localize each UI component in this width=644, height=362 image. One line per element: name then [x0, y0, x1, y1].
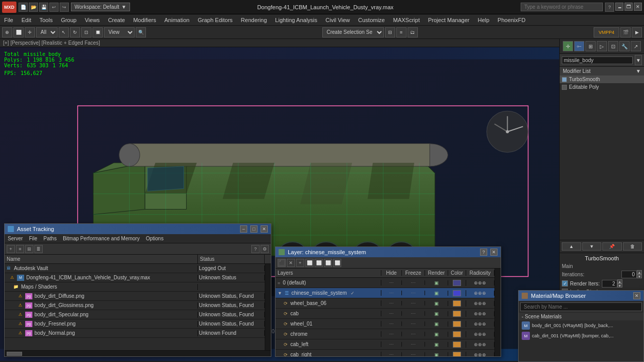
asset-tb-settings[interactable]: ⚙	[261, 245, 269, 253]
layer-cell-missile-freeze[interactable]: ····	[402, 291, 425, 295]
render-iters-checkbox[interactable]: ✓	[562, 280, 568, 287]
layer-cell-default-radio[interactable]: ⊕⊕⊕	[466, 280, 494, 285]
layer-cell-cabright-render[interactable]: ▣	[425, 352, 448, 357]
layer-cell-wheelbase-render[interactable]: ▣	[425, 301, 448, 306]
cs-cl[interactable]	[453, 341, 461, 348]
workspace-button[interactable]: Workspace: Default ▼	[71, 3, 130, 11]
modifier-editable-poly[interactable]: Editable Poly	[560, 83, 644, 91]
layer-cell-wheel01-freeze[interactable]: ····	[402, 321, 425, 326]
layer-body[interactable]: = 0 (default) ···· ····	[275, 278, 494, 356]
panel-icon-display[interactable]: ⊡	[608, 41, 618, 51]
mirror-tool[interactable]: ⊟	[385, 27, 395, 37]
layer-cell-cab-hide[interactable]: ····	[381, 311, 402, 316]
create-selection[interactable]: Create Selection Se	[322, 27, 384, 37]
modifier-turbosmooth[interactable]: TurboSmooth	[560, 75, 644, 83]
asset-menu-bitmap[interactable]: Bitmap Performance and Memory	[60, 236, 143, 241]
layer-cell-cableft-render[interactable]: ▣	[425, 342, 448, 347]
asset-table-body[interactable]: 🏛 Autodesk Vault Logged Out ⚠ M	[5, 264, 265, 341]
layer-cell-cab-freeze[interactable]: ····	[402, 311, 425, 316]
menu-maxscript[interactable]: MAXScript	[389, 14, 424, 25]
viewport-canvas[interactable]: Total missile_body Polys: 1 198 816 3 45…	[0, 47, 559, 361]
align-tool[interactable]: ≡	[396, 27, 407, 37]
panel-icon-utilities[interactable]: 🔧	[619, 41, 630, 51]
maximize-button[interactable]: 🗖	[624, 3, 633, 11]
layer-cell-chrome-hide[interactable]: ····	[381, 332, 402, 336]
asset-hscrollbar[interactable]	[5, 350, 271, 356]
select-object[interactable]: ↖	[59, 27, 69, 37]
cs-cr[interactable]	[453, 352, 461, 357]
help-icon[interactable]: ?	[605, 3, 614, 12]
save-icon[interactable]: 💾	[39, 3, 48, 12]
menu-group[interactable]: Group	[57, 14, 81, 25]
snap-toggle[interactable]: 🔲	[93, 27, 103, 37]
layer-scrollbar[interactable]	[494, 269, 501, 356]
object-name-input[interactable]	[562, 56, 633, 64]
mod-btn-down[interactable]: ▼	[582, 242, 602, 251]
layer-cell-chrome-freeze[interactable]: ····	[402, 332, 425, 336]
layer-cell-default-hide[interactable]: ····	[381, 280, 402, 285]
menu-edit[interactable]: Edit	[17, 14, 35, 25]
layer-cell-wheel01-render[interactable]: ▣	[425, 321, 448, 327]
material-window-close[interactable]: ✕	[633, 292, 640, 299]
cs-cab[interactable]	[453, 311, 461, 317]
layer-tb-icon6[interactable]: ⬜	[324, 259, 332, 267]
undo-icon[interactable]: ↩	[49, 3, 59, 12]
asset-row-vault[interactable]: 🏛 Autodesk Vault Logged Out	[5, 264, 265, 273]
menu-animation[interactable]: Animation	[160, 14, 194, 25]
select-region[interactable]: ⬜	[13, 27, 24, 37]
layer-cell-wheelbase-radio[interactable]: ⊕⊕⊕	[466, 301, 494, 306]
layer-cell-cableft-freeze[interactable]: ····	[402, 342, 425, 347]
asset-menu-options[interactable]: Options	[143, 236, 167, 241]
layer-row-cab-right[interactable]: ⟳ cab_right ···· ···· ▣ ⊕⊕⊕	[275, 350, 494, 356]
layer-cell-cabright-radio[interactable]: ⊕⊕⊕	[466, 352, 494, 357]
asset-tb-add[interactable]: +	[7, 245, 15, 253]
layer-cell-wheel01-color[interactable]	[448, 321, 466, 327]
cs-w1[interactable]	[453, 321, 461, 327]
layer-cell-cableft-hide[interactable]: ····	[381, 342, 402, 347]
asset-tb-list[interactable]: ≡	[16, 245, 24, 253]
menu-tools[interactable]: Tools	[35, 14, 57, 25]
layer-cell-cableft-radio[interactable]: ⊕⊕⊕	[466, 342, 494, 347]
layer-tb-close[interactable]: ✕	[287, 259, 295, 267]
layer-tb-icon1[interactable]: ⬛	[278, 259, 286, 267]
layer-cell-cableft-color[interactable]	[448, 341, 466, 348]
editable-poly-checkbox[interactable]	[562, 85, 567, 90]
layer-row-cab-left[interactable]: ⟳ cab_left ···· ···· ▣ ⊕⊕⊕	[275, 339, 494, 350]
asset-row-diffuse[interactable]: ⚠ pg body_dirt_Diffuse.png Unknown Statu…	[5, 292, 265, 301]
layer-window-help[interactable]: ?	[480, 249, 487, 256]
layer-cell-wheelbase-hide[interactable]: ····	[381, 301, 402, 306]
layer-cell-wheel01-hide[interactable]: ····	[381, 321, 402, 326]
color-swatch-default[interactable]	[453, 280, 461, 286]
mod-btn-up[interactable]: ▲	[562, 242, 581, 251]
layer-cell-chrome-render[interactable]: ▣	[425, 332, 448, 337]
mod-btn-pin[interactable]: 📌	[602, 242, 622, 251]
mod-btn-delete[interactable]: 🗑	[623, 242, 642, 251]
menu-create[interactable]: Create	[104, 14, 129, 25]
asset-scrollbar[interactable]	[265, 264, 271, 350]
asset-row-maps-folder[interactable]: 📁 Maps / Shaders	[5, 282, 265, 292]
menu-graph-editors[interactable]: Graph Editors	[194, 14, 237, 25]
layer-tb-icon4[interactable]: ⬜	[305, 259, 314, 267]
minimize-button[interactable]: 🗕	[615, 3, 623, 11]
redo-icon[interactable]: ↪	[60, 3, 69, 12]
render-iters-input[interactable]: ▲ ▼	[602, 279, 622, 288]
asset-window-close[interactable]: ✕	[261, 225, 268, 233]
layer-cell-default-color[interactable]	[448, 280, 466, 286]
asset-menu-server[interactable]: Server	[5, 236, 26, 241]
iterations-down[interactable]: ▼	[637, 274, 642, 278]
material-search-input[interactable]	[520, 302, 642, 311]
layer-window-close[interactable]: ✕	[490, 249, 498, 256]
new-icon[interactable]: 📄	[19, 3, 28, 12]
layer-cell-cab-radio[interactable]: ⊕⊕⊕	[466, 311, 494, 316]
menu-rendering[interactable]: Rendering	[237, 14, 271, 25]
panel-icon-extra[interactable]: ↗	[631, 41, 641, 51]
menu-file[interactable]: File	[0, 14, 17, 25]
menu-civil-view[interactable]: Civil View	[321, 14, 354, 25]
scale-tool[interactable]: ⊡	[81, 27, 91, 37]
layer-cell-default-render[interactable]: ▣	[425, 280, 448, 285]
asset-row-maxfile[interactable]: ⚠ M Dongfeng-41_ICBM_Launch_Vehicle_Dust…	[5, 273, 265, 282]
iterations-field[interactable]	[621, 271, 637, 278]
layer-window[interactable]: Layer: chinese_missile_system ? ✕ ⬛ ✕ + …	[275, 246, 501, 357]
layer-row-chrome[interactable]: ⟳ chrome ···· ···· ▣ ⊕⊕⊕	[275, 329, 494, 339]
material-item-body-dirt[interactable]: M body_dirt_001 (VRayMtl) [body_back,...	[519, 320, 643, 331]
